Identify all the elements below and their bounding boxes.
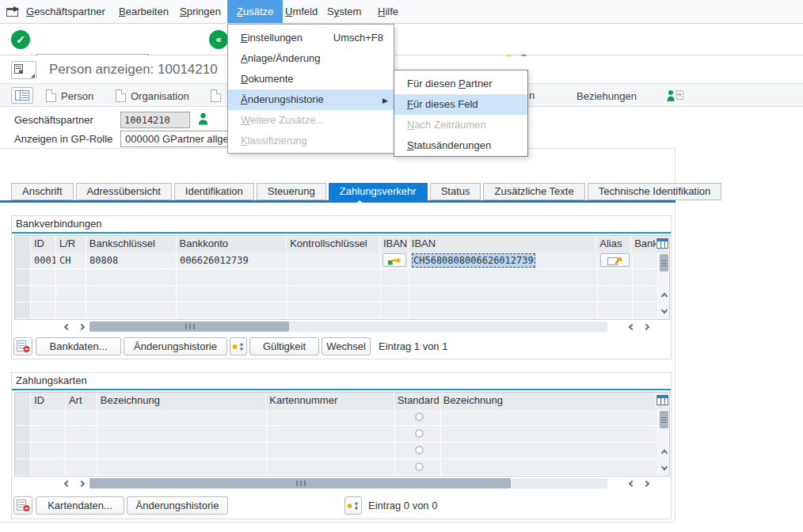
empty-cell[interactable] bbox=[287, 302, 381, 318]
column-header-alias[interactable]: Alias bbox=[596, 236, 631, 252]
empty-cell[interactable] bbox=[31, 302, 56, 318]
system-menu-icon[interactable] bbox=[6, 6, 20, 19]
gueltigkeit-button[interactable]: Gültigkeit bbox=[249, 337, 319, 355]
sort-entries-button[interactable] bbox=[230, 337, 247, 355]
column-header-art[interactable]: Art bbox=[66, 393, 97, 408]
row-selector-cell[interactable] bbox=[15, 269, 31, 285]
cards-table-empty-row[interactable] bbox=[15, 443, 669, 459]
empty-cell[interactable] bbox=[633, 286, 658, 302]
sort-entries-button[interactable] bbox=[344, 496, 362, 515]
empty-cell[interactable] bbox=[409, 302, 598, 318]
row-selector-cell[interactable] bbox=[15, 286, 31, 302]
empty-cell[interactable] bbox=[598, 269, 633, 285]
horizontal-scrollbar[interactable] bbox=[89, 321, 607, 332]
menubar-item-springen[interactable]: Springen bbox=[180, 0, 221, 23]
locator-toggle-button[interactable] bbox=[11, 87, 33, 104]
cell-kontrollschluessel[interactable] bbox=[287, 253, 381, 268]
horizontal-scrollbar[interactable] bbox=[89, 478, 607, 488]
column-header-id[interactable]: ID bbox=[31, 393, 66, 408]
menubar-item-zusaetze[interactable]: Zusätze bbox=[227, 0, 283, 23]
empty-cell[interactable] bbox=[31, 286, 56, 302]
column-header-iban[interactable]: IBAN bbox=[409, 236, 596, 252]
row-selector-cell[interactable] bbox=[15, 459, 31, 475]
empty-cell[interactable] bbox=[66, 443, 97, 458]
menubar-item-system[interactable]: System bbox=[327, 0, 361, 23]
empty-cell[interactable] bbox=[381, 286, 409, 302]
menu-item-einstellungen[interactable]: Einstellungen Umsch+F8 bbox=[228, 28, 394, 48]
column-header-standard[interactable]: Standard bbox=[394, 393, 440, 408]
scroll-left-button[interactable] bbox=[626, 321, 638, 332]
empty-cell[interactable] bbox=[598, 286, 633, 302]
empty-cell[interactable] bbox=[56, 286, 86, 302]
empty-cell[interactable] bbox=[97, 459, 267, 475]
empty-cell[interactable] bbox=[31, 459, 66, 475]
empty-cell[interactable] bbox=[633, 302, 658, 318]
empty-cell[interactable] bbox=[598, 302, 633, 318]
wechsel-button[interactable]: Wechsel bbox=[322, 337, 371, 355]
menubar-item-hilfe[interactable]: Hilfe bbox=[378, 0, 398, 23]
column-header-selector[interactable] bbox=[15, 393, 31, 408]
delete-bank-row-button[interactable] bbox=[13, 337, 32, 355]
standard-radio[interactable] bbox=[415, 412, 424, 421]
vertical-scrollbar[interactable] bbox=[657, 253, 669, 319]
cell-iban[interactable]: CH5680808006626012739 bbox=[409, 253, 598, 268]
tab-zusaetzliche-texte[interactable]: Zusätzliche Texte bbox=[483, 183, 584, 200]
scroll-right-button[interactable] bbox=[75, 478, 88, 489]
standard-radio[interactable] bbox=[415, 446, 424, 454]
empty-cell[interactable] bbox=[287, 286, 381, 302]
empty-cell[interactable] bbox=[287, 269, 381, 285]
cell-bankschluessel[interactable]: 80808 bbox=[86, 253, 177, 268]
tab-status[interactable]: Status bbox=[430, 183, 481, 200]
scroll-down-button[interactable] bbox=[658, 462, 671, 473]
enter-button[interactable]: ✓ bbox=[11, 30, 30, 49]
empty-cell[interactable] bbox=[66, 459, 97, 475]
cell-bank[interactable] bbox=[633, 253, 658, 268]
empty-cell[interactable] bbox=[86, 286, 177, 302]
empty-cell[interactable] bbox=[31, 269, 56, 285]
iban-value-selected[interactable]: CH5680808006626012739 bbox=[412, 253, 535, 268]
empty-cell[interactable] bbox=[66, 426, 97, 442]
empty-cell[interactable] bbox=[177, 286, 287, 302]
iban-create-button[interactable] bbox=[382, 253, 406, 267]
standard-radio[interactable] bbox=[415, 462, 424, 471]
scroll-right-button[interactable] bbox=[640, 321, 653, 332]
cell-bankkonto[interactable]: 006626012739 bbox=[177, 253, 287, 268]
bank-table-row[interactable]: 0001 CH 80808 006626012739 CH56808080066… bbox=[15, 253, 669, 269]
column-header-lr[interactable]: L/R bbox=[56, 236, 86, 252]
scroll-left-button[interactable] bbox=[626, 478, 638, 489]
menubar-item-bearbeiten[interactable]: Bearbeiten bbox=[119, 0, 169, 23]
bank-table-empty-row[interactable] bbox=[15, 286, 669, 302]
cell-id[interactable]: 0001 bbox=[31, 253, 56, 268]
scroll-up-button[interactable] bbox=[658, 447, 671, 458]
gruppe-button-partially-hidden[interactable] bbox=[211, 87, 221, 104]
empty-cell[interactable] bbox=[177, 302, 287, 318]
empty-cell[interactable] bbox=[267, 409, 395, 425]
empty-cell[interactable] bbox=[409, 286, 598, 302]
kartendaten-button[interactable]: Kartendaten... bbox=[36, 496, 124, 515]
empty-cell[interactable] bbox=[56, 302, 86, 318]
column-header-selector[interactable] bbox=[15, 236, 31, 252]
table-settings-button[interactable] bbox=[656, 236, 669, 252]
scroll-down-button[interactable] bbox=[658, 305, 671, 316]
empty-cell[interactable] bbox=[267, 426, 395, 442]
scrollbar-handle[interactable] bbox=[660, 254, 668, 272]
empty-cell[interactable] bbox=[633, 269, 658, 285]
row-selector-cell[interactable] bbox=[15, 443, 31, 458]
relationships-person-icon[interactable] bbox=[667, 89, 684, 104]
beziehungen-button[interactable]: Beziehungen bbox=[577, 87, 637, 104]
scrollbar-handle[interactable] bbox=[89, 321, 289, 332]
menu-item-aenderungshistorie[interactable]: Änderungshistorie ▶ bbox=[228, 89, 394, 110]
back-button[interactable]: « bbox=[209, 30, 228, 49]
empty-cell[interactable] bbox=[441, 459, 658, 475]
menu-item-dokumente[interactable]: Dokumente bbox=[228, 69, 394, 89]
scroll-right-button[interactable] bbox=[640, 478, 653, 489]
empty-cell[interactable] bbox=[441, 443, 658, 458]
empty-cell[interactable] bbox=[267, 443, 395, 458]
scrollbar-handle[interactable] bbox=[660, 411, 668, 428]
bank-table-empty-row[interactable] bbox=[15, 269, 669, 286]
bank-table-empty-row[interactable] bbox=[15, 302, 669, 319]
empty-cell[interactable] bbox=[56, 269, 86, 285]
tab-adressuebersicht[interactable]: Adressübersicht bbox=[76, 183, 172, 200]
cards-table-empty-row[interactable] bbox=[15, 426, 669, 443]
tab-technische-identifikation[interactable]: Technische Identifikation bbox=[588, 183, 722, 200]
